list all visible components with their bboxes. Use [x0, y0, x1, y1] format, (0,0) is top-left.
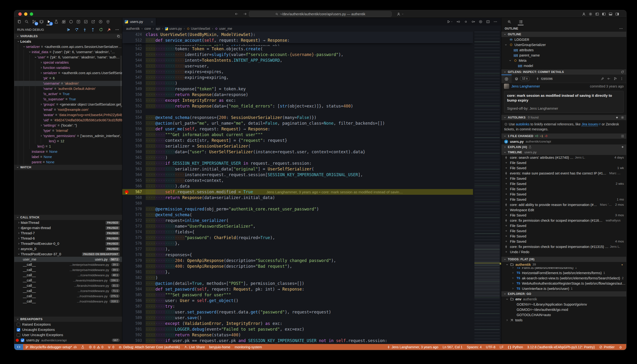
line-number[interactable]: 565 — [131, 178, 142, 183]
autolinks-section-header[interactable]: AUTOLINKS 0 found — [501, 115, 626, 120]
breakpoint-gutter[interactable] — [122, 80, 131, 86]
notifications[interactable] — [617, 344, 624, 350]
history-back-button[interactable] — [235, 12, 238, 16]
variable-row[interactable]: serializer=<authentik.core.api.users.Ses… — [14, 44, 122, 49]
breakpoint-gutter[interactable] — [122, 275, 131, 280]
variable-row[interactable]: 'email'='root@example.com' — [14, 107, 122, 112]
activity-item-codetour[interactable] — [97, 18, 104, 25]
line-number[interactable]: 574 — [131, 229, 142, 235]
timeline-item[interactable]: File Saved4 mos — [501, 239, 626, 244]
activity-item-ports[interactable] — [104, 18, 112, 25]
activity-item-testing[interactable] — [53, 18, 60, 25]
code-line[interactable]: 588············user.set_password(request… — [122, 309, 473, 315]
code-line[interactable]: 555····@action(url_path="me", url_name="… — [122, 120, 473, 126]
gitlens-inspect-view-icon[interactable] — [506, 18, 512, 25]
more-actions-icon[interactable] — [619, 27, 623, 30]
go-env-var[interactable]: GOTOOLCHAIN=auto — [501, 312, 626, 318]
timeline-item[interactable]: events: make sure password set event has… — [501, 171, 626, 176]
variable-row[interactable]: 'settings'={'locale': ''} — [14, 123, 122, 128]
line-number[interactable]: 578 — [131, 252, 142, 258]
call-stack-thread[interactable]: asyncio_0PAUSED — [14, 246, 122, 252]
explorer-go-section-header[interactable]: EXPLORER: GO — [501, 291, 626, 296]
run-python-dropdown-button[interactable] — [447, 20, 453, 24]
activity-item-search[interactable] — [23, 18, 30, 25]
code-line[interactable]: 590········except (ValidationError, Inte… — [122, 320, 473, 326]
pin-icon[interactable] — [601, 77, 604, 80]
todo-file-row[interactable]: TSWebAuthnAuthenticatorRegisterStage.ts … — [501, 281, 626, 286]
line-number[interactable]: 572 — [131, 218, 142, 223]
prettier-status[interactable]: Prettier — [597, 344, 617, 350]
profile-item-2[interactable]: monitoring-system — [232, 344, 264, 350]
variable-row[interactable]: 'uid'='49d24724dfa590a20fb5961e9c6673cd1… — [14, 118, 122, 123]
variable-row[interactable]: 'type'='internal' — [14, 128, 122, 133]
code-line[interactable]: 543················identifier=slugify(va… — [122, 52, 473, 58]
breadcrumb-item[interactable]: UserViewSet — [187, 27, 210, 30]
code-line[interactable]: 586········user: User = self.get_object(… — [122, 298, 473, 304]
code-line[interactable]: 583····@action(detail=True, methods=["PO… — [122, 280, 473, 286]
code-line[interactable]: 571····@extend_schema( — [122, 212, 473, 218]
branch-indicator[interactable]: lifecycle/fix-debugger-setup* — [23, 344, 79, 350]
variables-section-header[interactable]: VARIABLES — [14, 34, 122, 39]
code-line[interactable]: 582····) — [122, 275, 473, 280]
breakpoint-gutter[interactable] — [122, 235, 131, 240]
breakpoint-gutter[interactable] — [122, 32, 131, 38]
line-number[interactable]: 568 — [131, 195, 142, 200]
line-number[interactable]: 543 — [131, 52, 142, 58]
breakpoint-gutter[interactable] — [122, 298, 131, 304]
breakpoint-gutter[interactable] — [122, 264, 131, 269]
code-line[interactable]: 548············) — [122, 80, 473, 86]
line-number[interactable]: 556 — [131, 126, 142, 132]
call-stack-thread[interactable]: Thread-6PAUSED — [14, 236, 122, 241]
explain-ai-section-header[interactable]: EXPLAIN (AI) — [501, 144, 626, 150]
activity-item-todo-tree[interactable] — [82, 18, 90, 25]
line-number[interactable]: 552 — [131, 103, 142, 109]
variable-row[interactable]: Locals — [14, 39, 122, 44]
line-number[interactable]: 566 — [131, 183, 142, 189]
line-number[interactable]: 570 — [131, 206, 142, 212]
line-number[interactable]: 579 — [131, 258, 142, 264]
variable-row[interactable]: initial_data={'user': {'pk': 6, 'usernam… — [14, 49, 122, 54]
changed-file-row[interactable]: ± users.py authentik/core/api — [501, 139, 626, 144]
activity-item-github-actions[interactable] — [75, 18, 82, 25]
line-number[interactable]: 562 — [131, 160, 142, 166]
indentation[interactable]: Spaces: 4 — [465, 344, 484, 350]
call-stack-frame[interactable]: __call__.../brands/middleware.py31:1 — [14, 283, 122, 288]
gear-icon[interactable] — [621, 116, 624, 119]
variable-row[interactable]: len()=1 — [14, 144, 122, 149]
breakpoint-gutter[interactable] — [122, 309, 131, 315]
code-line[interactable]: 580············400: OpenApiResponse(desc… — [122, 264, 473, 269]
timeline-item[interactable]: Undo / Redo — [501, 249, 626, 254]
timeline-item[interactable]: core: fix permission check for scoped im… — [501, 218, 626, 223]
code-line[interactable]: 561········) — [122, 155, 473, 160]
line-number[interactable]: 577 — [131, 246, 142, 252]
line-number[interactable]: 554 — [131, 115, 142, 120]
gitlens-next-revision-button[interactable] — [471, 20, 475, 24]
breakpoint-gutter[interactable] — [122, 143, 131, 149]
breadcrumb-item[interactable]: user_me — [215, 27, 232, 30]
variable-row[interactable]: special variables — [14, 60, 122, 65]
line-number[interactable]: 424 — [131, 32, 142, 38]
cursor-position[interactable]: Ln 567, Col 1 — [440, 344, 465, 350]
variable-row[interactable]: 'username'='akadmin' — [14, 81, 122, 86]
timeline-item[interactable]: File Saved — [501, 186, 626, 192]
close-tab-icon[interactable] — [150, 20, 154, 23]
timeline-item[interactable]: File Saved1 wk — [501, 166, 626, 171]
close-window-button[interactable] — [18, 12, 22, 16]
line-number[interactable]: 559 — [131, 143, 142, 149]
kebab-menu-icon[interactable] — [620, 77, 624, 80]
breakpoint-gutter[interactable] — [122, 240, 131, 246]
breakpoint-row[interactable]: User Uncaught Exceptions — [14, 332, 122, 338]
breakpoint-row[interactable]: users.pyauthentik/core/api567 — [14, 338, 122, 343]
code-line[interactable]: 591············LOGGER.debug(event="Faile… — [122, 326, 473, 332]
go-env-row[interactable]: env authentik — [501, 296, 626, 302]
call-stack-frame[interactable]: user_meusers.py567:1 — [14, 257, 122, 262]
call-stack-frame[interactable]: __call__.../core/middleware.py48:1 — [14, 272, 122, 278]
code-line[interactable]: 549············response["token"] = token… — [122, 86, 473, 92]
account-icon[interactable] — [582, 12, 586, 16]
activity-item-source-control[interactable]: 12 — [30, 18, 38, 25]
settings-icon[interactable] — [588, 12, 592, 16]
code-line[interactable]: 552············return Response(data={"no… — [122, 103, 473, 109]
timeline-item[interactable]: core: search users' attributes (#12740) … — [501, 155, 626, 160]
breakpoint-gutter[interactable] — [122, 132, 131, 138]
commit-graph-icon[interactable] — [614, 77, 617, 80]
